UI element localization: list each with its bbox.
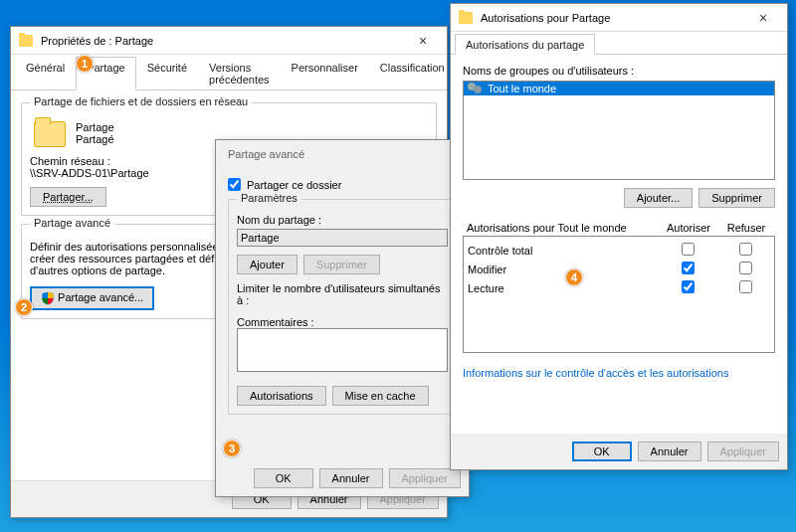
- group2-legend: Partage avancé: [30, 217, 114, 229]
- share-status: Partagé: [76, 133, 114, 145]
- cache-button[interactable]: Mise en cache: [332, 386, 429, 406]
- col-allow: Autoriser: [660, 220, 717, 236]
- deny-checkbox[interactable]: [739, 243, 752, 256]
- allow-checkbox[interactable]: [682, 280, 695, 293]
- folder-icon: [459, 12, 473, 24]
- tab-general[interactable]: Général: [15, 57, 76, 89]
- marker-4: 4: [565, 268, 583, 286]
- close-icon[interactable]: ×: [403, 33, 443, 49]
- advanced-cancel-button[interactable]: Annuler: [319, 468, 383, 488]
- perms-title: Autorisations pour Partage: [477, 12, 743, 24]
- deny-checkbox[interactable]: [739, 280, 752, 293]
- share-name: Partage: [76, 121, 114, 133]
- deny-checkbox[interactable]: [739, 262, 752, 274]
- advanced-title: Partage avancé: [224, 148, 465, 160]
- col-deny: Refuser: [717, 220, 775, 236]
- close-icon[interactable]: ×: [743, 10, 783, 26]
- share-button[interactable]: Partager...: [30, 187, 106, 207]
- perms-cancel-button[interactable]: Annuler: [638, 442, 701, 461]
- perm-label: Modifier: [464, 260, 659, 278]
- marker-3: 3: [223, 440, 241, 457]
- perms-apply-button[interactable]: Appliquer: [707, 442, 779, 461]
- perms-ok-button[interactable]: OK: [572, 442, 632, 461]
- limit-label: Limiter le nombre d'utilisateurs simulta…: [237, 282, 448, 306]
- users-icon: [468, 83, 484, 94]
- share-folder-checkbox[interactable]: [228, 178, 241, 191]
- allow-checkbox[interactable]: [682, 262, 695, 274]
- comments-input[interactable]: [237, 328, 448, 372]
- perm-label: Lecture: [464, 278, 659, 297]
- share-folder-label: Partager ce dossier: [247, 179, 341, 191]
- group1-legend: Partage de fichiers et de dossiers en ré…: [30, 95, 252, 107]
- tab-versions[interactable]: Versions précédentes: [198, 57, 281, 89]
- advanced-ok-button[interactable]: OK: [254, 468, 313, 488]
- comments-label: Commentaires :: [237, 316, 448, 328]
- permissions-button[interactable]: Autorisations: [237, 386, 326, 406]
- params-legend: Paramètres: [237, 192, 301, 204]
- marker-2: 2: [15, 298, 33, 316]
- allow-checkbox[interactable]: [682, 243, 695, 256]
- tab-personnaliser[interactable]: Personnaliser: [281, 57, 369, 89]
- advanced-desc: Définir des autorisations personnalisées…: [30, 241, 229, 276]
- advanced-share-button[interactable]: Partage avancé...: [30, 286, 154, 310]
- info-link[interactable]: Informations sur le contrôle d'accès et …: [463, 367, 728, 379]
- perm-row: Contrôle total: [464, 241, 774, 260]
- perms-tab[interactable]: Autorisations du partage: [455, 34, 595, 55]
- share-name-label: Nom du partage :: [237, 214, 448, 226]
- advanced-remove-button[interactable]: Supprimer: [303, 255, 380, 274]
- tab-classification[interactable]: Classification: [369, 57, 456, 89]
- folder-icon: [19, 35, 33, 47]
- properties-title: Propriétés de : Partage: [37, 35, 403, 47]
- perm-row: Modifier: [464, 260, 774, 278]
- perms-add-button[interactable]: Ajouter...: [624, 188, 693, 208]
- marker-1: 1: [76, 55, 94, 73]
- perm-row: Lecture: [464, 278, 774, 297]
- groups-label: Noms de groupes ou d'utilisateurs :: [463, 65, 775, 77]
- tab-securite[interactable]: Sécurité: [136, 57, 198, 89]
- share-name-input[interactable]: [237, 229, 448, 247]
- advanced-apply-button[interactable]: Appliquer: [389, 468, 461, 488]
- folder-large-icon: [34, 121, 66, 147]
- advanced-add-button[interactable]: Ajouter: [237, 255, 298, 274]
- group-item-everyone[interactable]: Tout le monde: [464, 82, 774, 95]
- shield-icon: [41, 291, 55, 305]
- perm-label: Contrôle total: [464, 241, 659, 260]
- perms-remove-button[interactable]: Supprimer: [698, 188, 775, 208]
- perm-for-label: Autorisations pour Tout le monde: [463, 220, 660, 236]
- groups-listbox[interactable]: Tout le monde: [463, 81, 775, 180]
